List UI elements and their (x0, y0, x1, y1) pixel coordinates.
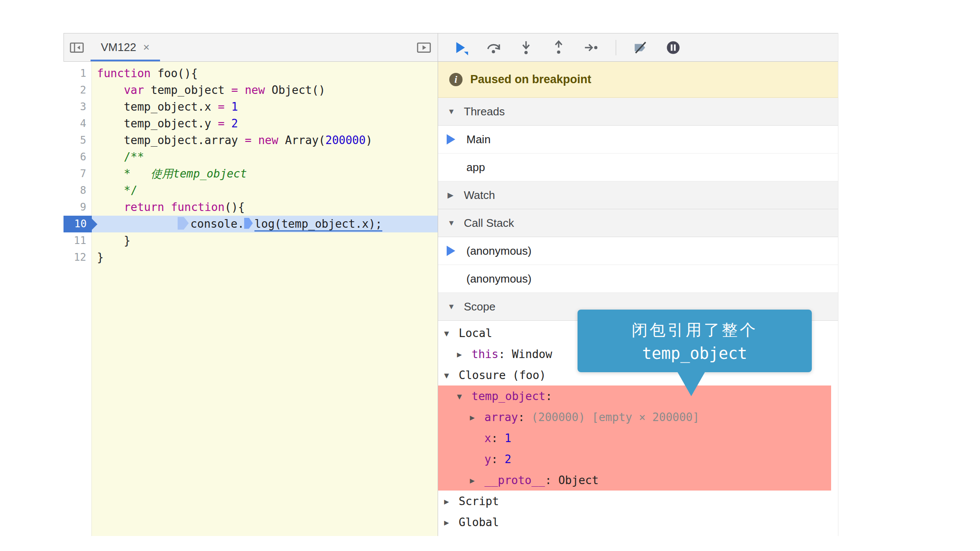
pause-on-exceptions-icon[interactable] (665, 39, 681, 56)
open-preview-icon[interactable] (414, 38, 433, 57)
chevron-down-icon: ▼ (448, 219, 459, 228)
code-token: } (97, 251, 104, 264)
current-thread-arrow-icon (447, 134, 455, 145)
annotation-pointer-icon (677, 371, 705, 396)
current-frame-arrow-icon (447, 246, 455, 256)
deactivate-breakpoints-icon[interactable] (632, 39, 649, 56)
code-token: return (124, 201, 164, 214)
thread-row-main[interactable]: Main (438, 126, 838, 154)
debugger-sidebar: Paused on breakpoint ▼ Threads Main app … (438, 33, 838, 536)
line-number[interactable]: 5 (64, 132, 92, 149)
line-number[interactable]: 9 (64, 199, 92, 216)
frame-label: (anonymous) (466, 272, 532, 286)
code-text: /** (92, 149, 438, 166)
step-into-icon[interactable] (518, 39, 534, 56)
step-icon[interactable] (583, 39, 599, 56)
annotation-line1: 闭包引用了整个 (632, 319, 758, 341)
chevron-right-icon[interactable]: ▶ (444, 518, 459, 527)
line-number[interactable]: 4 (64, 115, 92, 132)
active-tab-underline (91, 60, 160, 61)
code-line: 11 } (64, 232, 438, 249)
call-stack-frame[interactable]: (anonymous) (438, 265, 838, 293)
chevron-right-icon[interactable]: ▶ (444, 497, 459, 506)
code-token (224, 100, 231, 113)
scope-value: 2 (505, 453, 511, 466)
scope-value: Object (558, 474, 599, 487)
code-token: temp_object.y (97, 117, 218, 130)
gutter[interactable] (64, 266, 92, 536)
scope-row[interactable]: x: 1 (438, 428, 831, 449)
step-over-icon[interactable] (485, 39, 502, 56)
resume-icon[interactable] (453, 39, 469, 56)
code-line: 4 temp_object.y = 2 (64, 115, 438, 132)
scope-row[interactable]: ▶Global (438, 512, 838, 533)
line-number[interactable]: 6 (64, 149, 92, 166)
inline-step-marker-icon[interactable] (244, 218, 253, 229)
scope-name: Local (459, 327, 492, 340)
code-token: 1 (231, 100, 238, 113)
section-watch[interactable]: ▶ Watch (438, 181, 838, 209)
tab-vm122[interactable]: VM122 × (91, 33, 160, 61)
line-number[interactable]: 1 (64, 65, 92, 82)
code-token: 200000 (325, 134, 366, 147)
editor-filler (64, 266, 438, 536)
line-number[interactable]: 8 (64, 182, 92, 199)
chevron-down-icon: ▼ (448, 302, 459, 311)
chevron-down-icon[interactable]: ▼ (457, 391, 472, 401)
frame-label: (anonymous) (466, 244, 532, 258)
line-number[interactable]: 10 (64, 216, 92, 232)
scope-row[interactable]: ▼temp_object: (438, 385, 831, 406)
scope-row[interactable]: ▶Script (438, 491, 838, 512)
code-area[interactable] (92, 266, 438, 536)
line-number[interactable]: 11 (64, 232, 92, 249)
code-lines: 1function foo(){2 var temp_object = new … (64, 62, 438, 536)
line-number[interactable]: 3 (64, 99, 92, 115)
chevron-down-icon[interactable]: ▼ (444, 370, 459, 380)
toolbar-divider (616, 40, 616, 55)
chevron-right-icon[interactable]: ▶ (470, 412, 484, 422)
section-threads[interactable]: ▼ Threads (438, 98, 838, 126)
editor-tabbar: VM122 × (64, 33, 438, 62)
code-text: * 使用temp_object (92, 166, 438, 182)
code-line: 7 * 使用temp_object (64, 166, 438, 182)
step-out-icon[interactable] (550, 39, 567, 56)
debugger-toolbar (438, 33, 838, 62)
code-line-current: 10 console.log(temp_object.x); (64, 216, 438, 232)
code-text: temp_object.array = new Array(200000) (92, 132, 438, 149)
code-text: temp_object.y = 2 (92, 115, 438, 132)
code-token: temp_object.array (97, 134, 245, 147)
code-token: console. (191, 217, 244, 230)
code-token (251, 134, 258, 147)
scope-name: Global (459, 516, 499, 529)
code-token (164, 201, 171, 214)
code-token: = (218, 100, 225, 113)
code-area (92, 62, 438, 65)
paused-banner: Paused on breakpoint (438, 62, 838, 98)
navigator-toggle-icon[interactable] (67, 38, 86, 57)
code-token: temp_object (144, 84, 232, 96)
line-number[interactable]: 2 (64, 82, 92, 99)
chevron-down-icon[interactable]: ▼ (444, 328, 459, 338)
code-line: 5 temp_object.array = new Array(200000) (64, 132, 438, 149)
chevron-right-icon[interactable]: ▶ (457, 349, 472, 359)
scope-row[interactable]: y: 2 (438, 449, 831, 470)
code-token: new (258, 134, 278, 147)
call-stack-frame[interactable]: (anonymous) (438, 237, 838, 265)
section-call-stack[interactable]: ▼ Call Stack (438, 209, 838, 237)
line-number[interactable]: 7 (64, 166, 92, 182)
code-token (238, 84, 245, 96)
code-token: Object() (265, 84, 325, 96)
code-token: * 使用temp_object (97, 167, 247, 180)
tab-close-icon[interactable]: × (143, 41, 149, 54)
scope-name: y (484, 453, 491, 466)
scope-row[interactable]: ▶array: (200000) [empty × 200000] (438, 406, 831, 428)
line-number[interactable]: 12 (64, 249, 92, 266)
scope-row[interactable]: ▶__proto__: Object (438, 470, 831, 491)
code-text: console.log(temp_object.x); (92, 216, 438, 232)
code-token: Array( (278, 134, 326, 147)
code-line: 9 return function(){ (64, 199, 438, 216)
inline-step-marker-icon[interactable] (178, 217, 189, 230)
code-text: return function(){ (92, 199, 438, 216)
thread-row-app[interactable]: app (438, 154, 838, 181)
chevron-right-icon[interactable]: ▶ (470, 476, 484, 485)
